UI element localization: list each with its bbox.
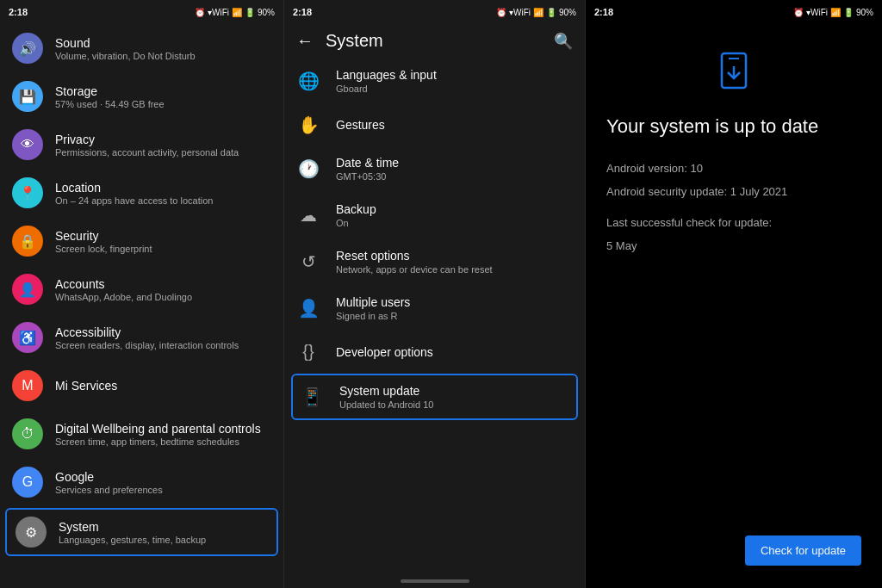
battery-pct-3: 90%: [856, 8, 873, 17]
backup-title: Backup: [336, 202, 376, 216]
system-title: System: [326, 31, 542, 51]
battery-pct-1: 90%: [258, 8, 275, 17]
status-icons-3: ⏰ ▾WiFi 📶 🔋 90%: [793, 8, 873, 17]
google-title: Google: [55, 470, 163, 484]
battery-icon-3: 🔋: [843, 8, 854, 17]
settings-item-google[interactable]: GGoogleServices and preferences: [0, 458, 283, 506]
settings-item-accounts[interactable]: 👤AccountsWhatsApp, Adobe, and Duolingo: [0, 265, 283, 313]
google-icon: G: [12, 467, 43, 498]
battery-icon: 🔋: [245, 8, 255, 17]
dw-icon: ⏱: [12, 418, 43, 449]
battery-pct-2: 90%: [559, 8, 576, 17]
settings-item-security[interactable]: 🔒SecurityScreen lock, fingerprint: [0, 217, 283, 265]
storage-icon: 💾: [12, 81, 43, 112]
alarm-icon: ⏰: [195, 8, 205, 17]
status-bar-2: 2:18 ⏰ ▾WiFi 📶 🔋 90%: [284, 0, 585, 24]
status-icons-2: ⏰ ▾WiFi 📶 🔋 90%: [496, 8, 576, 17]
sound-subtitle: Volume, vibration, Do Not Disturb: [55, 51, 196, 61]
settings-item-storage[interactable]: 💾Storage57% used · 54.49 GB free: [0, 72, 283, 121]
system-item-update[interactable]: 📱System updateUpdated to Android 10: [291, 374, 578, 420]
settings-panel: 2:18 ⏰ ▾WiFi 📶 🔋 90% 🔊SoundVolume, vibra…: [0, 0, 284, 588]
signal-icon-3: 📶: [830, 8, 841, 17]
location-title: Location: [55, 181, 213, 195]
system-panel: 2:18 ⏰ ▾WiFi 📶 🔋 90% ← System 🔍 🌐Languag…: [284, 0, 586, 588]
settings-item-location[interactable]: 📍LocationOn – 24 apps have access to loc…: [0, 169, 283, 217]
access-title: Accessibility: [55, 325, 239, 339]
clock-3: 2:18: [594, 7, 613, 17]
update-panel: 2:18 ⏰ ▾WiFi 📶 🔋 90% Your system is up t…: [586, 0, 882, 588]
system-item-reset[interactable]: ↺Reset optionsNetwork, apps or device ca…: [284, 238, 585, 285]
clock-1: 2:18: [9, 7, 28, 17]
privacy-subtitle: Permissions, account activity, personal …: [55, 147, 239, 158]
dev-title: Developer options: [336, 345, 433, 359]
update-title: System update: [339, 384, 433, 398]
settings-item-dw[interactable]: ⏱Digital Wellbeing and parental controls…: [0, 410, 283, 458]
system-list: 🌐Languages & inputGboard✋Gestures🕐Date &…: [284, 58, 585, 574]
reset-title: Reset options: [336, 249, 493, 263]
update-info-line: 5 May: [606, 236, 861, 256]
system-item-dev[interactable]: {}Developer options: [284, 331, 585, 372]
gesture-title: Gestures: [336, 118, 385, 132]
bottom-bar: [284, 574, 585, 588]
system-title: System: [59, 520, 206, 534]
battery-icon-2: 🔋: [546, 8, 556, 17]
settings-item-privacy[interactable]: 👁PrivacyPermissions, account activity, p…: [0, 121, 283, 169]
system-item-backup[interactable]: ☁BackupOn: [284, 192, 585, 238]
date-title: Date & time: [336, 156, 399, 170]
system-item-date[interactable]: 🕐Date & timeGMT+05:30: [284, 145, 585, 192]
storage-subtitle: 57% used · 54.49 GB free: [55, 99, 165, 109]
update-title: Your system is up to date: [606, 115, 861, 138]
back-button[interactable]: ←: [296, 31, 314, 51]
wifi-icon-3: ▾WiFi: [806, 8, 828, 17]
accounts-title: Accounts: [55, 277, 192, 291]
location-icon: 📍: [12, 177, 43, 208]
accounts-subtitle: WhatsApp, Adobe, and Duolingo: [55, 292, 192, 302]
settings-item-access[interactable]: ♿AccessibilityScreen readers, display, i…: [0, 313, 283, 362]
security-icon: 🔒: [12, 226, 43, 257]
users-subtitle: Signed in as R: [336, 311, 410, 321]
sound-title: Sound: [55, 36, 196, 50]
check-update-button[interactable]: Check for update: [745, 535, 861, 566]
storage-title: Storage: [55, 84, 165, 98]
system-item-gesture[interactable]: ✋Gestures: [284, 104, 585, 145]
update-icon: 📱: [301, 387, 322, 407]
sound-icon: 🔊: [12, 33, 43, 64]
signal-icon-2: 📶: [533, 8, 543, 17]
users-icon: 👤: [298, 298, 319, 319]
dw-title: Digital Wellbeing and parental controls: [55, 422, 261, 436]
alarm-icon-3: ⏰: [793, 8, 804, 17]
system-icon: ⚙: [16, 517, 47, 548]
mi-icon: M: [12, 370, 43, 401]
update-info-line: Android version: 10: [606, 158, 861, 178]
settings-item-mi[interactable]: MMi Services: [0, 362, 283, 410]
system-subtitle: Languages, gestures, time, backup: [59, 535, 206, 545]
signal-icon: 📶: [232, 8, 242, 17]
lang-title: Languages & input: [336, 68, 437, 82]
location-subtitle: On – 24 apps have access to location: [55, 195, 213, 206]
privacy-icon: 👁: [12, 129, 43, 160]
security-subtitle: Screen lock, fingerprint: [55, 244, 152, 254]
status-bar-3: 2:18 ⏰ ▾WiFi 📶 🔋 90%: [586, 0, 882, 24]
system-item-users[interactable]: 👤Multiple usersSigned in as R: [284, 285, 585, 331]
update-info-line: Android security update: 1 July 2021: [606, 182, 861, 201]
lang-icon: 🌐: [298, 71, 319, 91]
gesture-icon: ✋: [298, 115, 319, 135]
status-icons-1: ⏰ ▾WiFi 📶 🔋 90%: [195, 8, 275, 17]
system-item-lang[interactable]: 🌐Languages & inputGboard: [284, 58, 585, 104]
system-header: ← System 🔍: [284, 24, 585, 58]
wifi-icon: ▾WiFi: [208, 8, 229, 17]
date-icon: 🕐: [298, 158, 319, 179]
google-subtitle: Services and preferences: [55, 485, 163, 495]
security-title: Security: [55, 229, 152, 243]
settings-item-sound[interactable]: 🔊SoundVolume, vibration, Do Not Disturb: [0, 24, 283, 72]
status-bar-1: 2:18 ⏰ ▾WiFi 📶 🔋 90%: [0, 0, 283, 24]
search-button[interactable]: 🔍: [554, 32, 573, 51]
settings-item-system[interactable]: ⚙SystemLanguages, gestures, time, backup: [5, 508, 278, 556]
reset-icon: ↺: [298, 251, 319, 272]
scroll-indicator: [401, 579, 469, 583]
access-icon: ♿: [12, 322, 43, 353]
settings-list: 🔊SoundVolume, vibration, Do Not Disturb💾…: [0, 24, 283, 588]
update-content: Your system is up to date Android versio…: [586, 24, 882, 588]
alarm-icon-2: ⏰: [496, 8, 506, 17]
update-subtitle: Updated to Android 10: [339, 399, 433, 410]
